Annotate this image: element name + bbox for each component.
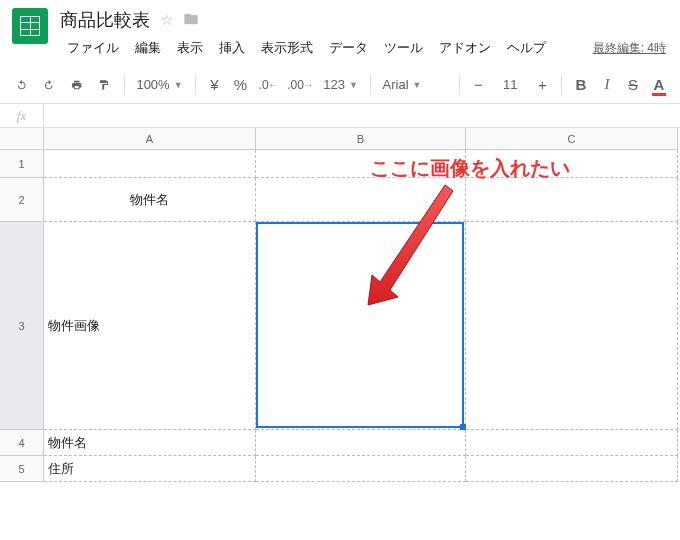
menu-data[interactable]: データ	[322, 36, 375, 60]
redo-button[interactable]	[37, 73, 60, 97]
font-family-select[interactable]: Arial▼	[379, 75, 451, 94]
row-header-1[interactable]: 1	[0, 150, 43, 178]
doc-title[interactable]: 商品比較表	[60, 8, 150, 32]
row-header-5[interactable]: 5	[0, 456, 43, 482]
menu-insert[interactable]: 挿入	[212, 36, 252, 60]
star-icon[interactable]: ☆	[160, 11, 173, 29]
cell-b4[interactable]	[256, 430, 466, 456]
font-size-increase[interactable]: +	[531, 72, 553, 97]
cell-c4[interactable]	[466, 430, 678, 456]
zoom-select[interactable]: 100%▼	[132, 75, 186, 94]
col-header-c[interactable]: C	[466, 128, 678, 150]
cell-a3[interactable]: 物件画像	[44, 222, 256, 430]
sheets-logo	[12, 8, 48, 44]
cell-a4[interactable]: 物件名	[44, 430, 256, 456]
bold-button[interactable]: B	[570, 72, 592, 97]
font-family-value: Arial	[383, 77, 409, 92]
font-size-decrease[interactable]: −	[467, 72, 489, 97]
spreadsheet-grid: A B C 1 2 3 4 5 物件名 物件画像 物件名	[0, 128, 680, 482]
menu-view[interactable]: 表示	[170, 36, 210, 60]
menu-format[interactable]: 表示形式	[254, 36, 320, 60]
cell-b3[interactable]	[256, 222, 466, 430]
menu-tools[interactable]: ツール	[377, 36, 430, 60]
menu-edit[interactable]: 編集	[128, 36, 168, 60]
decrease-decimal-button[interactable]: .0←	[255, 74, 281, 96]
cell-b5[interactable]	[256, 456, 466, 482]
number-format-select[interactable]: 123▼	[319, 75, 362, 94]
fx-label: fx	[0, 104, 44, 127]
menu-help[interactable]: ヘルプ	[500, 36, 553, 60]
strikethrough-button[interactable]: S	[622, 72, 644, 97]
menu-addons[interactable]: アドオン	[432, 36, 498, 60]
increase-decimal-button[interactable]: .00→	[285, 74, 315, 96]
formula-bar: fx	[0, 104, 680, 128]
percent-button[interactable]: %	[229, 72, 251, 97]
row-header-3[interactable]: 3	[0, 222, 43, 430]
print-button[interactable]	[65, 73, 88, 97]
col-header-b[interactable]: B	[256, 128, 466, 150]
currency-button[interactable]: ¥	[203, 72, 225, 97]
cell-a2[interactable]: 物件名	[44, 178, 256, 222]
number-format-value: 123	[323, 77, 345, 92]
paint-format-button[interactable]	[92, 73, 115, 97]
font-size-input[interactable]: 11	[493, 75, 527, 94]
row-header-2[interactable]: 2	[0, 178, 43, 222]
cell-c2[interactable]	[466, 178, 678, 222]
select-all-corner[interactable]	[0, 128, 44, 150]
col-header-a[interactable]: A	[44, 128, 256, 150]
row-header-4[interactable]: 4	[0, 430, 43, 456]
cell-a1[interactable]	[44, 150, 256, 178]
menubar: ファイル 編集 表示 挿入 表示形式 データ ツール アドオン ヘルプ 最終編集…	[60, 36, 668, 60]
menu-file[interactable]: ファイル	[60, 36, 126, 60]
cell-b1[interactable]	[256, 150, 466, 178]
font-size-value: 11	[503, 77, 517, 92]
cell-c3[interactable]	[466, 222, 678, 430]
folder-icon[interactable]	[183, 11, 199, 30]
last-edit-link[interactable]: 最終編集: 4時	[593, 40, 668, 57]
undo-button[interactable]	[10, 73, 33, 97]
zoom-value: 100%	[136, 77, 169, 92]
cell-a5[interactable]: 住所	[44, 456, 256, 482]
formula-input[interactable]	[44, 104, 680, 127]
italic-button[interactable]: I	[596, 72, 618, 97]
cell-c5[interactable]	[466, 456, 678, 482]
cell-b2[interactable]	[256, 178, 466, 222]
cell-c1[interactable]	[466, 150, 678, 178]
toolbar: 100%▼ ¥ % .0← .00→ 123▼ Arial▼ − 11 + B …	[0, 66, 680, 104]
text-color-button[interactable]: A	[648, 72, 670, 97]
